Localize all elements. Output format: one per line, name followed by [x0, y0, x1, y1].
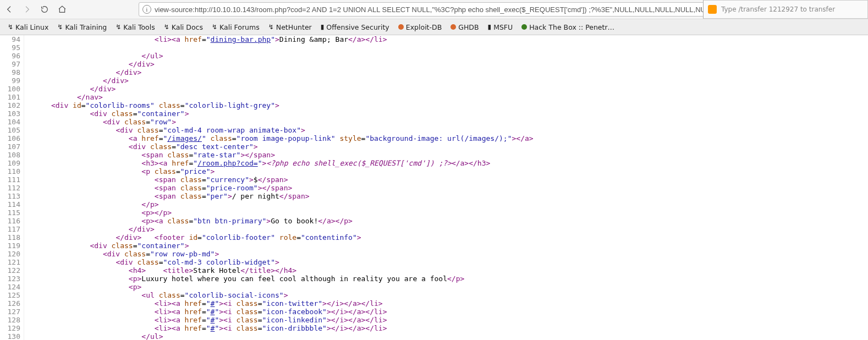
line-number: 118 [0, 233, 24, 242]
code-line: <div id="colorlib-rooms" class="colorlib… [24, 101, 868, 109]
line-number: 94 [0, 35, 24, 43]
line-number: 99 [0, 76, 24, 85]
code-line: </p> [24, 200, 868, 209]
bookmark-kali-tools[interactable]: ↯Kali Tools [112, 22, 158, 32]
dragon-icon: ↯ [212, 23, 217, 31]
line-number: 111 [0, 176, 24, 184]
browser-toolbar: i Type /transfer 1212927 to transfer [0, 0, 868, 19]
code-line: </div> [24, 76, 868, 85]
line-number: 121 [0, 258, 24, 266]
dragon-icon: ↯ [116, 23, 121, 31]
code-line: <h4> <title>Stark Hotel</title></h4> [24, 266, 868, 275]
code-line: </ul> [24, 52, 868, 60]
bookmark-nethunter[interactable]: ↯NetHunter [265, 22, 315, 32]
code-line: <span class="price-room"></span> [24, 184, 868, 192]
code-line: </ul> [24, 332, 868, 340]
code-line: <div class="row row-pb-md"> [24, 250, 868, 258]
code-line: <div class="container"> [24, 109, 868, 118]
line-number: 115 [0, 209, 24, 217]
code-line: <li><a href="#"><i class="icon-linkedin"… [24, 316, 868, 324]
line-number: 119 [0, 242, 24, 250]
bookmark-exploitdb[interactable]: Exploit-DB [395, 22, 445, 32]
code-line: <li><a href="#"><i class="icon-facebook"… [24, 308, 868, 316]
home-button[interactable] [55, 2, 69, 17]
code-line: <p class="price"> [24, 167, 868, 176]
code-line [24, 43, 868, 52]
cube-icon [521, 24, 527, 30]
code-line: <p></p> [24, 209, 868, 217]
line-number: 122 [0, 266, 24, 275]
info-icon[interactable]: i [142, 5, 151, 14]
line-number: 104 [0, 118, 24, 126]
line-number: 107 [0, 142, 24, 151]
forward-button[interactable] [20, 2, 34, 17]
code-line: </div> [24, 225, 868, 233]
line-number: 105 [0, 126, 24, 134]
bookmark-msfu[interactable]: ▮MSFU [485, 22, 517, 32]
line-number: 108 [0, 151, 24, 159]
line-number: 130 [0, 332, 24, 340]
code-line: <li><a href="#"><i class="icon-twitter">… [24, 299, 868, 308]
code-line: </nav> [24, 93, 868, 101]
back-button[interactable] [2, 2, 17, 17]
line-number: 102 [0, 101, 24, 109]
line-number: 129 [0, 324, 24, 332]
line-number: 110 [0, 167, 24, 176]
line-number: 117 [0, 225, 24, 233]
bug-icon [451, 24, 456, 30]
code-line: <ul class="colorlib-social-icons"> [24, 291, 868, 299]
code-line: <div class="desc text-center"> [24, 142, 868, 151]
code-line: <div class="row"> [24, 118, 868, 126]
notification-popup: Type /transfer 1212927 to transfer [703, 0, 868, 19]
line-number: 123 [0, 275, 24, 283]
line-number: 127 [0, 308, 24, 316]
code-line: </div> [24, 60, 868, 68]
line-number: 95 [0, 43, 24, 52]
code-line: <span class="per">/ per night</span> [24, 192, 868, 200]
line-number: 124 [0, 283, 24, 291]
code-line: <span class="rate-star"></span> [24, 151, 868, 159]
dragon-icon: ↯ [8, 23, 13, 31]
notification-icon [708, 5, 717, 14]
code-line: </div> [24, 85, 868, 93]
line-number: 98 [0, 68, 24, 76]
code-line: <p> [24, 283, 868, 291]
code-line: <p><a class="btn btn-primary">Go to book… [24, 217, 868, 225]
dragon-icon: ↯ [268, 23, 274, 31]
code-line: <p>Luxury hotel where you can feel cool … [24, 275, 868, 283]
bookmark-kali-linux[interactable]: ↯Kali Linux [4, 22, 52, 32]
line-number: 120 [0, 250, 24, 258]
line-number: 113 [0, 192, 24, 200]
bookmark-kali-training[interactable]: ↯Kali Training [54, 22, 110, 32]
code-line: </div> [24, 68, 868, 76]
bookmark-kali-forums[interactable]: ↯Kali Forums [208, 22, 263, 32]
line-number: 116 [0, 217, 24, 225]
code-line: <div class="container"> [24, 242, 868, 250]
bookmark-kali-docs[interactable]: ↯Kali Docs [161, 22, 206, 32]
line-number: 126 [0, 299, 24, 308]
code-line: <li><a href="dining-bar.php">Dining &amp… [24, 35, 868, 43]
bookmarks-bar: ↯Kali Linux ↯Kali Training ↯Kali Tools ↯… [0, 19, 868, 35]
code-line: <h3><a href="/room.php?cod="><?php echo … [24, 159, 868, 167]
line-number: 125 [0, 291, 24, 299]
shield-icon: ▮ [488, 23, 492, 31]
line-number: 109 [0, 159, 24, 167]
code-line: <span class="currency">$</span> [24, 176, 868, 184]
line-number: 100 [0, 85, 24, 93]
bookmark-offsec[interactable]: ▮Offensive Security [317, 22, 393, 32]
code-line: <div class="col-md-4 room-wrap animate-b… [24, 126, 868, 134]
code-line: <a href="/images/" class="room image-pop… [24, 134, 868, 142]
bookmark-htb[interactable]: Hack The Box :: Penetr… [518, 22, 618, 32]
bug-icon [398, 24, 404, 30]
code-line: </div> <footer id="colorlib-footer" role… [24, 233, 868, 242]
line-number: 97 [0, 60, 24, 68]
shield-icon: ▮ [321, 23, 325, 31]
bookmark-ghdb[interactable]: GHDB [447, 22, 482, 32]
line-number: 103 [0, 109, 24, 118]
reload-button[interactable] [37, 2, 52, 17]
line-number: 101 [0, 93, 24, 101]
code-line: <li><a href="#"><i class="icon-dribbble"… [24, 324, 868, 332]
notification-text: Type /transfer 1212927 to transfer [721, 6, 835, 13]
line-number: 96 [0, 52, 24, 60]
line-number: 114 [0, 200, 24, 209]
